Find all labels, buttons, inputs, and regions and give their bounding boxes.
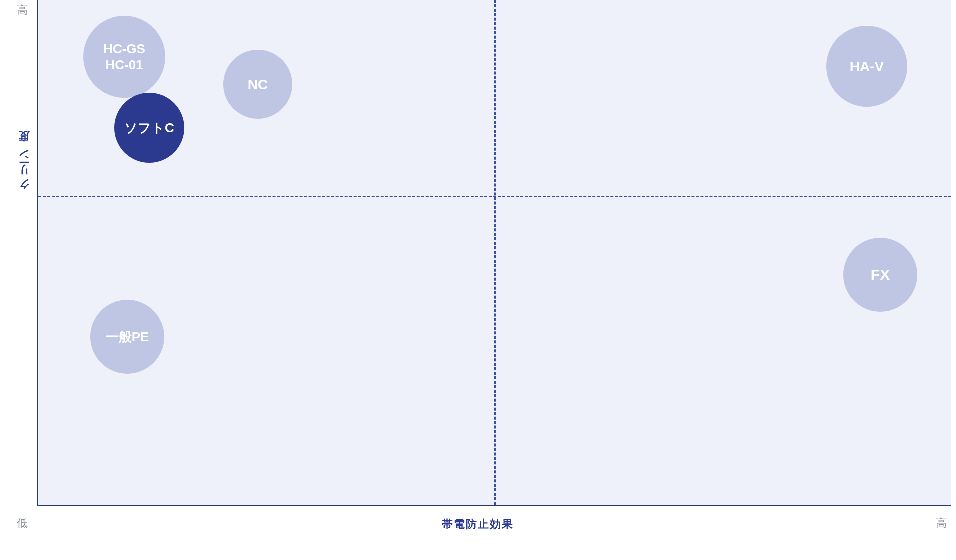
bubble-label-line: ソフトC: [124, 120, 174, 136]
y-axis-tick-high: 高: [17, 3, 28, 18]
bubble-fx: FX: [844, 238, 918, 312]
horizontal-divider: [38, 196, 952, 198]
xy-axis-tick-low: 低: [17, 516, 28, 531]
bubble-label-line: FX: [871, 266, 890, 284]
bubble-label-line: HA-V: [850, 58, 884, 76]
bubble-soft-c: ソフトC: [114, 93, 184, 163]
bubble-hc-gs-hc-01: HC-GS HC-01: [84, 16, 166, 98]
bubble-label-line: 一般PE: [106, 329, 150, 346]
vertical-divider: [494, 0, 496, 505]
x-axis-label: 帯電防止効果: [0, 517, 956, 532]
bubble-label-line: HC-GS: [104, 41, 146, 58]
bubble-label-line: NC: [248, 76, 268, 94]
plot-area: HC-GS HC-01 ソフトC NC HA-V 一般PE FX: [38, 0, 952, 506]
bubble-label-line: HC-01: [106, 57, 143, 74]
bubble-nc: NC: [224, 50, 292, 119]
bubble-ha-v: HA-V: [826, 26, 908, 107]
x-axis-tick-high: 高: [936, 516, 947, 531]
quadrant-chart: クリーン度 高 HC-GS HC-01 ソフトC NC HA-V 一般PE FX…: [0, 0, 956, 560]
bubble-general-pe: 一般PE: [90, 300, 164, 374]
y-axis-label: クリーン度: [17, 150, 29, 198]
